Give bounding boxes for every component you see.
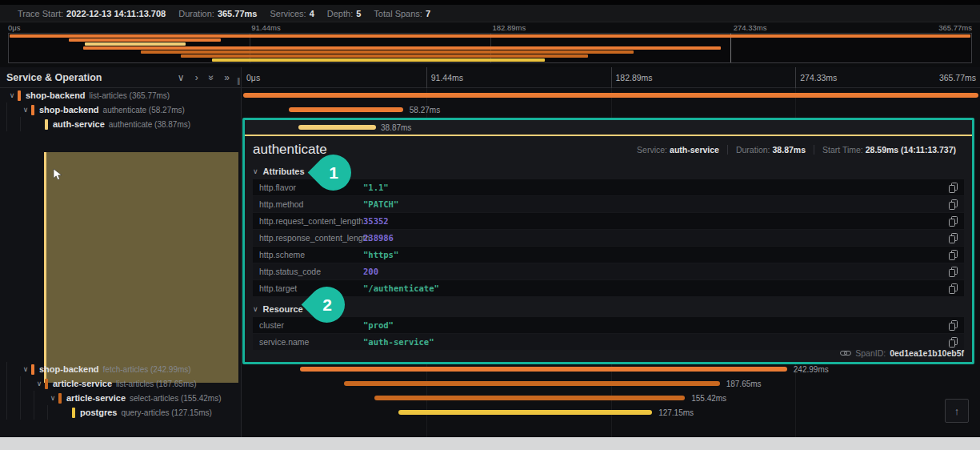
service-name: shop-backend — [26, 90, 86, 100]
tree-row-shop-backend[interactable]: ∨shop-backendfetch-articles (242.99ms) — [0, 362, 241, 376]
scroll-to-top-button[interactable]: ↑ — [945, 399, 969, 423]
service-name: postgres — [80, 408, 117, 417]
span-bar-shop-backend[interactable] — [243, 93, 978, 98]
span-bar-shop-backend[interactable] — [289, 107, 403, 112]
copy-icon[interactable] — [949, 199, 958, 210]
minimap-span-bar — [85, 42, 186, 46]
trace-stat: Services:4 — [270, 9, 314, 18]
copy-icon[interactable] — [949, 216, 958, 227]
minimap-span-bar — [212, 58, 545, 62]
copy-icon[interactable] — [949, 320, 958, 331]
tree-row-article-service[interactable]: ∨article-serviceselect-articles (155.42m… — [0, 391, 241, 405]
minimap-tick-labels: 0μs91.44ms182.89ms274.33ms365.77ms — [8, 22, 972, 33]
footer-strip — [0, 437, 980, 450]
attribute-value: "PATCH" — [363, 199, 398, 209]
span-id-footer: SpanID: 0ed1ea1e1b10eb5f — [840, 348, 964, 358]
trace-stat-value: 5 — [356, 9, 361, 18]
trace-stat-value: 365.77ms — [218, 9, 258, 18]
copy-icon[interactable] — [949, 283, 958, 294]
copy-icon[interactable] — [949, 233, 958, 243]
operation-name: fetch-articles (242.99ms) — [103, 365, 191, 374]
service-operation-header: Service & Operation ∨ › » » — [0, 67, 241, 88]
attribute-value: "https" — [363, 250, 398, 259]
tree-row-article-service[interactable]: ∨article-servicelist-articles (187.65ms) — [0, 376, 241, 391]
service-name: article-service — [66, 393, 126, 403]
link-icon[interactable] — [840, 349, 851, 357]
attribute-key: http.flavor — [259, 183, 363, 192]
selected-span-highlight-area — [44, 152, 238, 383]
trace-viewer: Trace Start:2022-12-13 14:11:13.708Durat… — [0, 0, 980, 450]
attribute-row: http.response_content_length238986 — [253, 230, 964, 246]
operation-name: authenticate (38.87ms) — [109, 120, 190, 129]
selected-span-duration-label: 38.87ms — [381, 123, 411, 132]
section-header-attributes[interactable]: ∨Attributes — [253, 167, 964, 176]
minimap-canvas[interactable] — [8, 33, 972, 63]
copy-icon[interactable] — [949, 267, 958, 277]
minimap-span-bar — [69, 38, 221, 42]
indent-guides — [6, 102, 20, 117]
copy-icon[interactable] — [949, 183, 958, 193]
service-name: auth-service — [53, 119, 105, 129]
tree-chevron-icon[interactable]: ∨ — [47, 394, 58, 402]
tree-row-shop-backend[interactable]: ∨shop-backendlist-articles (365.77ms) — [0, 88, 241, 102]
span-bar-article-service[interactable] — [344, 381, 720, 386]
copy-icon[interactable] — [949, 250, 958, 260]
trace-summary-header: Trace Start:2022-12-13 14:11:13.708Durat… — [0, 5, 980, 22]
copy-icon[interactable] — [949, 337, 958, 348]
tree-row-postgres[interactable]: postgresquery-articles (127.15ms) — [0, 405, 241, 420]
attribute-row: http.method"PATCH" — [253, 196, 964, 212]
operation-name: list-articles (187.65ms) — [116, 380, 197, 388]
indent-guide — [20, 117, 34, 131]
indent-guide — [34, 405, 47, 420]
panel-title: Service & Operation — [6, 72, 102, 83]
collapse-all-icon[interactable]: » — [202, 74, 220, 80]
panel-resizer-handle[interactable]: ∥ — [237, 77, 242, 85]
indent-guide — [6, 391, 20, 405]
span-bar-postgres[interactable] — [398, 410, 652, 415]
collapse-children-icon[interactable]: ∨ — [178, 69, 185, 86]
span-meta-value: auth-service — [670, 145, 719, 155]
span-duration-label: 187.65ms — [726, 380, 762, 388]
span-bar-article-service[interactable] — [374, 396, 685, 400]
selected-span-bar[interactable] — [298, 125, 376, 130]
attribute-row: cluster"prod" — [253, 317, 964, 333]
tree-chevron-icon[interactable]: ∨ — [34, 380, 45, 388]
trace-minimap[interactable]: 0μs91.44ms182.89ms274.33ms365.77ms — [8, 22, 972, 63]
expand-all-icon[interactable]: » — [224, 69, 230, 86]
tree-row-auth-service[interactable]: auth-serviceauthenticate (38.87ms) — [0, 117, 241, 131]
minimap-tick-label: 274.33ms — [734, 23, 767, 32]
attribute-value: "auth-service" — [363, 337, 434, 347]
indent-guide — [20, 391, 34, 405]
service-color-indicator — [45, 119, 48, 130]
attribute-value: 238986 — [363, 233, 394, 243]
span-meta-item: Start Time:28.59ms (14:11:13.737) — [814, 145, 964, 155]
attribute-key: http.status_code — [259, 267, 363, 276]
span-duration-label: 242.99ms — [794, 365, 829, 374]
service-color-indicator — [58, 393, 62, 404]
minimap-span-bar — [141, 50, 633, 54]
attribute-value: "/authenticate" — [363, 283, 439, 293]
tree-chevron-icon[interactable]: ∨ — [20, 365, 31, 373]
expand-children-icon[interactable]: › — [195, 69, 198, 86]
service-name: article-service — [53, 379, 112, 388]
tree-row-shop-backend[interactable]: ∨shop-backendauthenticate (58.27ms) — [0, 102, 241, 117]
tree-chevron-icon[interactable]: ∨ — [20, 106, 31, 114]
callout-number: 1 — [329, 163, 338, 183]
scroll-top-icon: ↑ — [954, 405, 960, 417]
trace-stat: Trace Start:2022-12-13 14:11:13.708 — [18, 9, 166, 18]
timeline-span-row: 187.65ms — [242, 376, 980, 391]
attribute-row: service.name"auth-service" — [253, 334, 964, 350]
operation-name: list-articles (365.77ms) — [90, 91, 170, 100]
span-bar-shop-backend[interactable] — [300, 367, 787, 372]
span-duration-label: 155.42ms — [691, 394, 726, 403]
tree-chevron-icon[interactable]: ∨ — [6, 91, 18, 99]
section-header-resource[interactable]: ∨Resource — [253, 304, 964, 314]
service-color-indicator — [18, 90, 21, 101]
attribute-key: http.response_content_length — [259, 233, 363, 243]
trace-main-area: Service & Operation ∨ › » » ∨shop-backen… — [0, 67, 980, 437]
section-title: Resource — [263, 304, 303, 314]
selected-span-row[interactable]: 38.87ms — [245, 120, 972, 135]
trace-stat: Duration:365.77ms — [178, 9, 257, 18]
timeline-span-row — [242, 88, 980, 102]
attribute-row: http.scheme"https" — [253, 247, 964, 263]
